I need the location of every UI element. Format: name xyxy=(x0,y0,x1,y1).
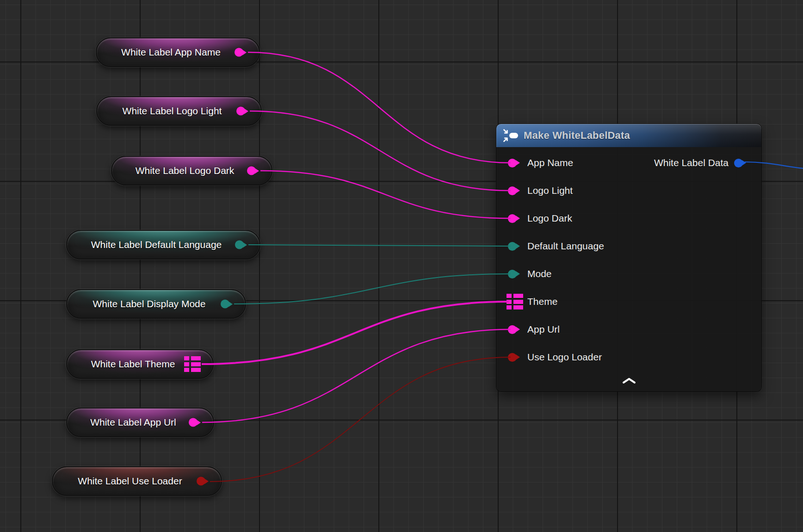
string-output-pin[interactable] xyxy=(236,107,245,116)
enum-output-pin[interactable] xyxy=(235,241,244,249)
enum-output-pin[interactable] xyxy=(221,300,229,309)
node-header[interactable]: Make WhiteLabelData xyxy=(496,124,761,147)
wire-app-name[interactable] xyxy=(248,52,511,163)
struct-input-pin[interactable] xyxy=(507,294,523,309)
node-title: Make WhiteLabelData xyxy=(524,130,630,142)
wire-use-loader[interactable] xyxy=(210,357,511,482)
struct-output-pin[interactable] xyxy=(184,356,201,372)
variable-label: White Label Display Mode xyxy=(93,298,206,309)
bool-input-pin[interactable] xyxy=(508,353,517,362)
wire-theme[interactable] xyxy=(202,302,509,364)
variable-label: White Label Theme xyxy=(91,359,175,370)
input-pin-label: Logo Light xyxy=(527,185,573,196)
input-pin-label: Use Logo Loader xyxy=(527,352,602,363)
string-input-pin[interactable] xyxy=(508,214,517,223)
wire-default-language[interactable] xyxy=(248,245,511,246)
graph-canvas[interactable]: White Label App Name White Label Logo Li… xyxy=(0,0,803,532)
make-whitelabeldata-node[interactable]: Make WhiteLabelData White Label Data App… xyxy=(496,124,761,391)
input-pin-label: App Url xyxy=(527,324,560,335)
variable-node-app-name[interactable]: White Label App Name xyxy=(96,37,260,67)
input-row-logo-dark[interactable]: Logo Dark xyxy=(496,204,761,232)
enum-input-pin[interactable] xyxy=(508,270,517,278)
collapse-chevron-icon[interactable] xyxy=(617,376,641,387)
input-pin-label: Mode xyxy=(527,268,552,279)
string-output-pin[interactable] xyxy=(189,418,198,427)
input-row-app-name[interactable]: App Name xyxy=(496,149,761,177)
input-pin-label: App Name xyxy=(527,157,573,168)
wire-display-mode[interactable] xyxy=(234,274,511,304)
variable-node-logo-light[interactable]: White Label Logo Light xyxy=(96,96,262,126)
string-output-pin[interactable] xyxy=(235,48,243,57)
variable-label: White Label App Name xyxy=(121,47,221,58)
variable-node-theme[interactable]: White Label Theme xyxy=(66,349,214,379)
input-row-theme[interactable]: Theme xyxy=(496,288,761,315)
input-row-mode[interactable]: Mode xyxy=(496,260,761,288)
input-row-app-url[interactable]: App Url xyxy=(496,315,761,343)
struct-output-pin[interactable] xyxy=(734,159,743,167)
input-row-use-logo-loader[interactable]: Use Logo Loader xyxy=(496,343,761,371)
input-pin-label: Default Language xyxy=(527,241,604,252)
variable-label: White Label Use Loader xyxy=(78,476,182,487)
variable-label: White Label App Url xyxy=(90,417,176,428)
variable-label: White Label Default Language xyxy=(91,239,222,250)
variable-label: White Label Logo Light xyxy=(123,105,222,117)
variable-node-display-mode[interactable]: White Label Display Mode xyxy=(66,289,246,319)
wire-logo-dark[interactable] xyxy=(260,171,511,218)
make-struct-icon xyxy=(503,129,519,142)
string-input-pin[interactable] xyxy=(508,186,517,195)
string-input-pin[interactable] xyxy=(508,159,517,167)
input-row-default-language[interactable]: Default Language xyxy=(496,232,761,260)
variable-label: White Label Logo Dark xyxy=(136,165,235,176)
node-body: White Label Data App Name Logo Light Log… xyxy=(496,147,761,391)
variable-node-app-url[interactable]: White Label App Url xyxy=(66,408,214,437)
input-pin-label: Logo Dark xyxy=(527,213,572,224)
variable-node-default-language[interactable]: White Label Default Language xyxy=(66,230,260,260)
collapse-row xyxy=(496,371,761,391)
wire-logo-light[interactable] xyxy=(250,111,511,191)
variable-node-use-loader[interactable]: White Label Use Loader xyxy=(52,466,222,496)
variable-node-logo-dark[interactable]: White Label Logo Dark xyxy=(111,156,272,186)
string-output-pin[interactable] xyxy=(247,167,256,175)
input-pin-label: Theme xyxy=(527,296,557,307)
enum-input-pin[interactable] xyxy=(508,242,517,251)
wire-app-url[interactable] xyxy=(202,329,511,422)
bool-output-pin[interactable] xyxy=(197,477,205,486)
string-input-pin[interactable] xyxy=(508,325,517,334)
input-row-logo-light[interactable]: Logo Light xyxy=(496,177,761,204)
